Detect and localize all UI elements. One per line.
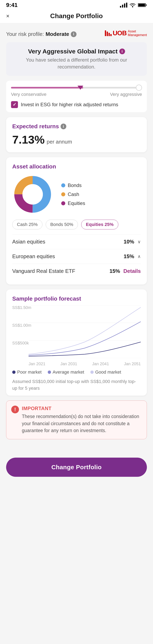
asset-allocation-title: Asset allocation (12, 163, 141, 170)
allocation-row-asian: Asian equities 10% ∨ (12, 234, 141, 249)
donut-chart (12, 174, 53, 215)
chart-labels-x: Jan 2021 Jan 2031 Jan 2041 Jan 2051 (28, 362, 141, 366)
legend-item-bonds: Bonds (61, 182, 85, 188)
chart-labels-y: SS$1.50m SS$1.00m SS$500k (12, 305, 31, 358)
forecast-note: Assumed SS$10,000 initial top-up with SS… (12, 378, 141, 392)
important-content: IMPORTANT These recommendation(s) do not… (22, 406, 142, 434)
close-button[interactable]: × (6, 13, 10, 19)
allocation-row-european: European equities 15% ∧ (12, 249, 141, 264)
status-icons (120, 3, 147, 8)
forecast-card: Sample portfolio forecast SS$1.50m SS$1.… (6, 289, 147, 396)
svg-rect-6 (146, 4, 146, 6)
esg-checkbox[interactable]: ✓ Invest in ESG for higher risk adjusted… (11, 101, 142, 108)
change-portfolio-button[interactable]: Change Portfolio (6, 458, 147, 477)
expected-returns-title: Expected returns i (12, 123, 141, 130)
top-row: Your risk profile: Moderate i UOB Asset … (6, 29, 147, 37)
legend-poor: Poor market (12, 370, 42, 375)
wifi-icon (129, 3, 136, 8)
portfolio-card: Very Aggressive Global Impact i You have… (6, 42, 147, 76)
header: × Change Portfolio (0, 9, 153, 23)
asset-allocation-card: Asset allocation Bonds (6, 157, 147, 284)
filter-equities[interactable]: Equities 25% (81, 220, 118, 230)
chevron-up-icon[interactable]: ∧ (138, 254, 141, 259)
legend-item-cash: Cash (61, 192, 85, 197)
legend-item-equities: Equities (61, 200, 85, 206)
important-card: ! IMPORTANT These recommendation(s) do n… (6, 400, 147, 439)
portfolio-info-icon[interactable]: i (119, 48, 125, 54)
bottom-bar: Change Portfolio (0, 454, 153, 485)
legend: Bonds Cash Equities (61, 182, 85, 206)
important-title: IMPORTANT (22, 406, 142, 411)
filter-bonds[interactable]: Bonds 50% (46, 220, 78, 230)
chart-area: SS$1.50m SS$1.00m SS$500k (12, 305, 141, 358)
bonds-dot (61, 183, 65, 188)
svg-point-11 (22, 184, 43, 204)
portfolio-desc: You have selected a different portfolio … (12, 56, 141, 70)
cash-dot (61, 192, 65, 196)
signal-icon (120, 3, 127, 8)
forecast-legend: Poor market Average market Good market (12, 370, 141, 375)
uob-name: UOB (113, 29, 127, 37)
legend-average: Average market (48, 370, 84, 375)
poor-market-dot (12, 370, 16, 374)
svg-rect-7 (138, 4, 145, 6)
average-market-dot (48, 370, 51, 374)
chart-svg (28, 305, 141, 358)
risk-info-icon[interactable]: i (71, 32, 76, 37)
svg-rect-1 (122, 5, 123, 8)
status-bar: 9:41 (0, 0, 153, 9)
uob-sub2: Management (128, 33, 147, 37)
donut-container: Bonds Cash Equities (12, 174, 141, 215)
checkbox-box[interactable]: ✓ (11, 101, 18, 108)
svg-rect-2 (124, 4, 125, 8)
checkbox-check-icon: ✓ (13, 102, 16, 107)
allocation-row-vanguard: Vanguard Real Estate ETF 15% Details (12, 264, 141, 278)
risk-profile: Your risk profile: Moderate i (6, 31, 76, 37)
portfolio-name: Very Aggressive Global Impact i (12, 48, 141, 55)
slider-section: Very conservative Very aggressive ✓ Inve… (6, 81, 147, 112)
good-market-dot (90, 370, 94, 374)
slider-thumb[interactable] (78, 86, 83, 90)
esg-label: Invest in ESG for higher risk adjusted r… (21, 102, 118, 108)
returns-unit: per annum (47, 139, 72, 145)
main-content: Your risk profile: Moderate i UOB Asset … (0, 23, 153, 454)
expected-returns-card: Expected returns i 7.13% per annum (6, 117, 147, 152)
slider-labels: Very conservative Very aggressive (11, 92, 142, 97)
uob-bars-icon (105, 30, 112, 36)
details-link[interactable]: Details (124, 268, 141, 274)
chevron-down-icon[interactable]: ∨ (138, 239, 141, 244)
filter-buttons: Cash 25% Bonds 50% Equities 25% (12, 220, 141, 230)
svg-rect-0 (120, 6, 121, 8)
legend-good: Good market (90, 370, 121, 375)
slider-track[interactable] (11, 87, 142, 88)
uob-sub1: Asset (128, 30, 147, 33)
svg-point-4 (132, 6, 133, 7)
svg-rect-3 (126, 3, 127, 8)
returns-info-icon[interactable]: i (60, 124, 66, 129)
page-title: Change Portfolio (50, 12, 103, 20)
filter-cash[interactable]: Cash 25% (12, 220, 42, 230)
slider-circle (136, 85, 142, 91)
equities-dot (61, 201, 65, 205)
returns-value: 7.13% per annum (12, 133, 141, 146)
battery-icon (138, 3, 147, 8)
uob-logo: UOB Asset Management (105, 29, 147, 37)
status-time: 9:41 (6, 2, 18, 8)
important-icon: ! (11, 406, 19, 413)
forecast-title: Sample portfolio forecast (12, 296, 141, 302)
important-text: These recommendation(s) do not take into… (22, 413, 142, 434)
